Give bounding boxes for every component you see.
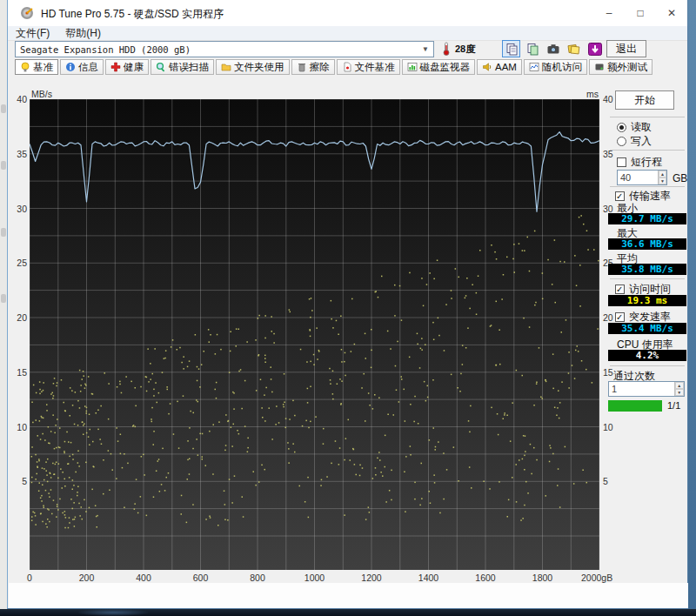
tab-bar: 基准信息健康错误扫描文件夹使用擦除文件基准磁盘监视器AAM随机访问额外测试 [8, 59, 687, 75]
tab-random-access[interactable]: 随机访问 [524, 59, 587, 75]
short-stroke-size-value[interactable] [618, 171, 658, 184]
step-up-icon[interactable]: ▲ [675, 382, 684, 389]
radio-icon[interactable] [617, 123, 626, 132]
desktop-screen: HD Tune Pro 5.75 - 硬盘/SSD 实用程序 – □ ✕ 文件(… [0, 0, 696, 616]
extra-disk-icon [594, 62, 605, 72]
max-value: 36.6 MB/s [608, 238, 686, 250]
download-icon [588, 43, 602, 56]
short-stroke-size-input[interactable]: ▲ ▼ [617, 170, 667, 185]
y-left-tick: 25 [10, 258, 27, 268]
tab-folder-usage[interactable]: 文件夹使用 [216, 59, 290, 75]
short-stroke-checkbox[interactable]: 短行程 [617, 155, 662, 170]
random-chart-icon [529, 62, 539, 72]
taskbar-glow [78, 609, 148, 616]
screenshot-button[interactable] [544, 40, 562, 57]
x-axis-tick: 1200 [361, 572, 381, 583]
tab-aam[interactable]: AAM [477, 59, 522, 75]
pass-progress-bar [608, 400, 662, 412]
tab-file-benchmark[interactable]: 文件基准 [337, 59, 400, 75]
thermometer-icon [441, 42, 452, 56]
burst-rate-value: 35.4 MB/s [608, 323, 686, 334]
trash-icon [297, 62, 307, 72]
health-cross-icon [110, 62, 121, 72]
taskbar[interactable] [0, 609, 696, 616]
copy-button[interactable] [502, 40, 520, 57]
stepper: ▲ ▼ [674, 382, 684, 396]
info-icon [65, 62, 76, 72]
window-title: HD Tune Pro 5.75 - 硬盘/SSD 实用程序 [41, 7, 224, 22]
tab-label: AAM [495, 62, 517, 72]
write-radio[interactable]: 写入 [617, 134, 652, 149]
y-right-axis-unit: ms [581, 89, 599, 99]
step-up-icon[interactable]: ▲ [659, 171, 666, 177]
save-results-button[interactable] [565, 40, 583, 57]
exit-button[interactable]: 退出 [606, 40, 646, 57]
tab-label: 健康 [124, 61, 144, 74]
tab-label: 随机访问 [542, 61, 582, 74]
y-left-tick: 35 [10, 149, 27, 159]
checkbox-icon[interactable] [615, 285, 625, 294]
tab-label: 文件夹使用 [234, 61, 284, 74]
pass-count-input[interactable]: ▲ ▼ [608, 381, 685, 397]
grid-layer [30, 99, 599, 570]
y-left-axis-unit: MB/s [31, 89, 52, 99]
tab-info[interactable]: 信息 [60, 59, 104, 75]
x-axis-tick: 1800 [532, 572, 552, 583]
background-smudge [1, 104, 6, 113]
tab-label: 擦除 [310, 61, 330, 74]
x-axis-tick: 0 [27, 572, 32, 583]
read-radio[interactable]: 读取 [617, 120, 652, 135]
copy-icon [505, 43, 518, 56]
x-axis-tick: 800 [250, 572, 265, 583]
drive-select-value: Seagate Expansion HDD (2000 gB) [20, 44, 191, 55]
y-left-tick: 10 [10, 422, 27, 432]
divider [610, 150, 685, 151]
tab-label: 错误扫描 [169, 61, 209, 74]
tab-erase[interactable]: 擦除 [291, 59, 335, 75]
checkbox-icon[interactable] [615, 312, 625, 322]
step-down-icon[interactable]: ▼ [675, 389, 684, 396]
screenshot-icon [546, 43, 560, 56]
tab-health[interactable]: 健康 [105, 59, 149, 75]
tab-label: 磁盘监视器 [420, 61, 471, 74]
tab-extra-tests[interactable]: 额外测试 [589, 59, 652, 75]
x-axis-tick: 200 [79, 572, 95, 583]
background-smudge [1, 228, 6, 237]
tab-error-scan[interactable]: 错误扫描 [151, 59, 214, 75]
divider [610, 278, 685, 279]
copy-image-icon [526, 43, 539, 56]
menu-file[interactable]: 文件(F) [8, 26, 57, 41]
tab-benchmark[interactable]: 基准 [15, 59, 58, 75]
toolbar: Seagate Expansion HDD (2000 gB) ▼ 28度 退出 [8, 41, 687, 58]
chevron-down-icon[interactable]: ▼ [419, 44, 432, 55]
menu-help[interactable]: 帮助(H) [57, 26, 109, 41]
drive-temperature: 28度 [441, 42, 475, 56]
radio-icon[interactable] [617, 137, 626, 146]
disk-monitor-icon [407, 62, 418, 72]
close-button[interactable]: ✕ [656, 0, 687, 26]
checkbox-icon[interactable] [617, 157, 626, 167]
hdtune-window: HD Tune Pro 5.75 - 硬盘/SSD 实用程序 – □ ✕ 文件(… [7, 0, 688, 609]
start-button[interactable]: 开始 [615, 90, 674, 110]
divider [610, 117, 685, 117]
folder-icon [221, 62, 231, 72]
tab-label: 文件基准 [355, 61, 395, 74]
drive-select[interactable]: Seagate Expansion HDD (2000 gB) ▼ [15, 41, 434, 57]
pass-count-value[interactable] [609, 382, 674, 396]
step-down-icon[interactable]: ▼ [659, 177, 666, 184]
y-right-tick: 10 [603, 422, 619, 432]
download-button[interactable] [586, 40, 604, 57]
window-footer-space [9, 583, 688, 608]
copy-image-button[interactable] [523, 40, 541, 57]
short-stroke-label: 短行程 [631, 155, 662, 170]
checkbox-icon[interactable] [615, 191, 625, 201]
write-radio-label: 写入 [631, 134, 652, 149]
app-icon [20, 6, 34, 20]
stepper: ▲ ▼ [658, 171, 666, 184]
minimize-button[interactable]: – [593, 0, 625, 26]
maximize-button[interactable]: □ [625, 0, 656, 26]
tab-label: 基准 [33, 61, 53, 74]
y-left-tick: 20 [10, 312, 27, 323]
tab-disk-monitor[interactable]: 磁盘监视器 [402, 59, 476, 75]
pass-progress-label: 1/1 [667, 400, 680, 411]
